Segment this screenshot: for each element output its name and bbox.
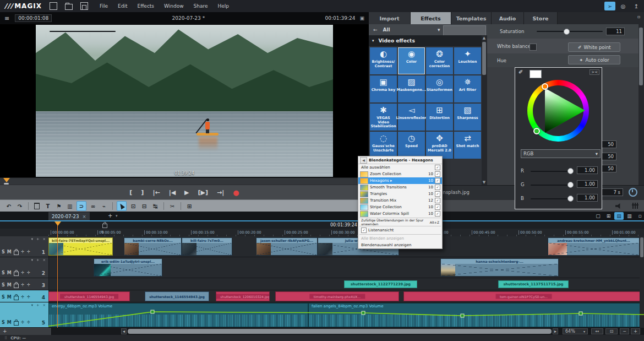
curve-button-2[interactable]: ÷	[26, 270, 30, 275]
export-button[interactable]: ↥	[631, 2, 642, 10]
menu-window[interactable]: Window	[159, 0, 189, 12]
transport-record[interactable]: ●	[233, 188, 239, 197]
clip-red[interactable]: shutterstock_1146554943.jpg	[48, 291, 130, 301]
transition-category-smooth-transitions[interactable]: Smooth Transitions10✓	[358, 184, 442, 191]
curve-button-2[interactable]: ÷	[26, 283, 30, 288]
project-tab[interactable]: 2020-07-23 ×	[48, 212, 90, 220]
scrub-playhead[interactable]	[3, 178, 10, 182]
add-track-button[interactable]: +	[0, 328, 52, 335]
transition-category-transition-mix[interactable]: Transition Mix12✓	[358, 197, 442, 204]
auto-color-button[interactable]: ✦ Auto color	[568, 55, 620, 64]
track-header-3[interactable]: SM÷÷3	[0, 278, 49, 290]
select-all-item[interactable]: Alle auswählen ✓	[358, 164, 442, 171]
menu-effects[interactable]: Effects	[132, 0, 159, 12]
toolbar-mouse-mode-select[interactable]	[117, 201, 127, 211]
wizard-button[interactable]: ➢	[604, 2, 615, 10]
toolbar-redo[interactable]: ↷	[15, 202, 24, 210]
toolbar-title-editor[interactable]: T	[43, 202, 52, 210]
mute-button[interactable]: M	[7, 250, 12, 255]
filter-caret-icon[interactable]: ▾	[438, 27, 440, 33]
lock-track-icon[interactable]	[14, 321, 19, 326]
transport-play-range[interactable]: [▶]	[198, 189, 209, 196]
lock-track-icon[interactable]	[14, 284, 19, 288]
clip-selected[interactable]: bill-fairs-7STm0zpYQxI-unspl...	[48, 237, 113, 256]
channel-value[interactable]: 1.00	[577, 194, 598, 202]
lock-track-icon[interactable]	[14, 251, 19, 255]
clip-teal[interactable]: shutterstock_1137511715.jpg	[498, 280, 569, 288]
toolbar-mouse-mode-stretch[interactable]: ↹	[151, 202, 160, 210]
clip-teal[interactable]: shutterstock_1122771239.jpg	[344, 280, 417, 288]
mute-button[interactable]: M	[7, 320, 12, 325]
section-collapse-icon[interactable]: ▾	[372, 39, 374, 43]
toolbar-group-objects[interactable]: ▥	[66, 202, 74, 210]
category-checkbox[interactable]: ✓	[435, 211, 440, 216]
effect-tile-speed[interactable]: ◷Speed	[398, 132, 425, 159]
effect-tile-stanzformen[interactable]: ◎Stanzformen	[426, 75, 453, 102]
effect-tile-chroma-key[interactable]: ▣Chroma key	[370, 75, 397, 102]
mixer-icon[interactable]	[632, 203, 638, 209]
effects-search-input[interactable]	[443, 25, 486, 36]
solo-button[interactable]: S	[2, 295, 5, 300]
effect-tile-art-filter[interactable]: ✵Art filter	[454, 75, 481, 102]
track-header-1[interactable]: ▾ + ×SM÷÷1	[0, 236, 49, 257]
detach-panel-icon[interactable]: ▫	[637, 14, 640, 19]
playhead-line[interactable]	[57, 221, 58, 328]
envelope-node[interactable]	[579, 312, 582, 315]
transition-category-triangles[interactable]: Triangles10✓	[358, 191, 442, 197]
list-view-item[interactable]: ✓ Listenansicht	[358, 227, 442, 234]
track-mini-controls[interactable]: ▾ + ×	[31, 258, 47, 262]
solo-button[interactable]: S	[2, 283, 5, 288]
storyboard-view-button[interactable]: ⊞	[604, 212, 613, 220]
mute-button[interactable]: M	[7, 295, 12, 300]
detach-view-button[interactable]: ▫	[635, 212, 644, 220]
menu-back-icon[interactable]: ◀	[360, 157, 367, 164]
panel-scrollbar-thumb[interactable]	[639, 28, 643, 85]
settings-button[interactable]: ◎	[618, 2, 629, 10]
timeline-view-button[interactable]: ▤	[614, 212, 624, 220]
popup-eyedropper-icon[interactable]: ✐	[519, 69, 523, 75]
curve-button-1[interactable]: ÷	[21, 250, 25, 255]
saturation-knob[interactable]	[564, 29, 570, 35]
hue-marker-2[interactable]	[533, 128, 540, 134]
tab-close-icon[interactable]: ×	[82, 214, 86, 219]
transport-go-start[interactable]: |←	[152, 189, 160, 196]
clip-video[interactable]: erik-odiin-1aTudJytrI-unspl...	[94, 258, 162, 277]
effect-tile-color[interactable]: ◉Color	[398, 47, 425, 74]
scroll-down-icon[interactable]: ▼	[482, 180, 487, 185]
effect-tile-linsenreflexion[interactable]: ◅Linsenreflexion	[398, 104, 425, 131]
envelope-node[interactable]	[461, 314, 464, 317]
category-checkbox[interactable]: ✓	[435, 198, 440, 203]
context-menu-header[interactable]: ◀ Blendenkategorie - Hexagons	[358, 156, 442, 164]
track-mini-controls[interactable]: ▾ + ×	[31, 303, 47, 307]
video-effects-section-header[interactable]: ▾ Video effects	[369, 35, 487, 46]
effect-tile-brightness-contrast[interactable]: ◐Brightness/ Contrast	[370, 47, 397, 74]
scroll-left-button[interactable]: ◂	[121, 328, 127, 334]
clip-vmini[interactable]: shutterstock_1146554943.jpg	[145, 291, 209, 301]
tab-list-caret-icon[interactable]: ▾	[116, 214, 118, 218]
add-tab-button[interactable]: +	[108, 213, 112, 219]
effect-tile-maskengene-[interactable]: ▨Maskengene...	[398, 75, 425, 102]
channel-value[interactable]: 1.00	[577, 166, 598, 174]
effect-tile-distortion[interactable]: ⊞Distortion	[426, 104, 453, 131]
solo-button[interactable]: S	[2, 320, 5, 325]
scroll-up-icon[interactable]: ▲	[482, 36, 487, 40]
list-view-checkbox[interactable]: ✓	[361, 228, 367, 233]
white-balance-checkbox[interactable]	[530, 44, 537, 51]
tab-audio[interactable]: Audio	[492, 12, 524, 24]
category-checkbox[interactable]: ✓	[435, 191, 440, 197]
volume-envelope[interactable]	[48, 302, 644, 328]
effect-tile-leuchten[interactable]: ✦Leuchten	[454, 47, 481, 74]
clip-video[interactable]: jason-schuller-4bAfywAPG...	[256, 237, 318, 256]
curve-button-1[interactable]: ÷	[21, 295, 25, 300]
transport-prev-frame[interactable]: |◀	[169, 189, 176, 196]
preview-menu-icon[interactable]: ≡	[4, 15, 9, 22]
toolbar-split-object[interactable]: ✂	[168, 202, 177, 210]
clip-red[interactable]: timothy-meinberg-phx4UX...	[275, 291, 399, 301]
menu-file[interactable]: File	[95, 0, 113, 12]
panel-scrollbar[interactable]	[638, 24, 644, 185]
clip-video[interactable]: hanna-schwichtenberg-...	[440, 258, 559, 277]
track-header-2[interactable]: ▾ + ×SM÷÷2	[0, 257, 49, 278]
curve-button-2[interactable]: ÷	[26, 250, 30, 255]
filter-value[interactable]: All	[383, 27, 390, 33]
lock-icon[interactable]	[102, 224, 107, 228]
